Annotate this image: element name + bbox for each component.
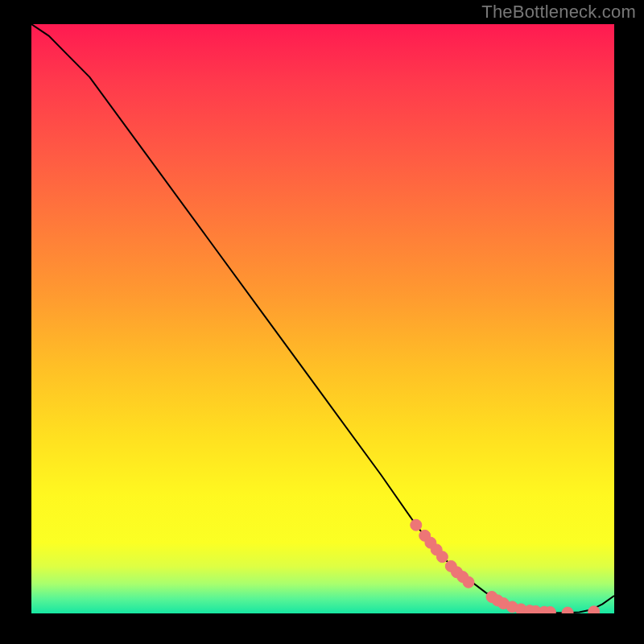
sample-point: [463, 576, 474, 588]
sample-point: [436, 551, 448, 563]
attribution-label: TheBottleneck.com: [481, 2, 636, 23]
chart-overlay: [31, 24, 614, 613]
sample-point: [411, 519, 422, 530]
bottleneck-curve: [31, 24, 614, 613]
sample-point: [562, 607, 573, 613]
sample-points: [411, 519, 600, 613]
sample-point: [588, 606, 600, 613]
plot-area: [31, 24, 614, 613]
chart-container: TheBottleneck.com: [0, 0, 644, 644]
